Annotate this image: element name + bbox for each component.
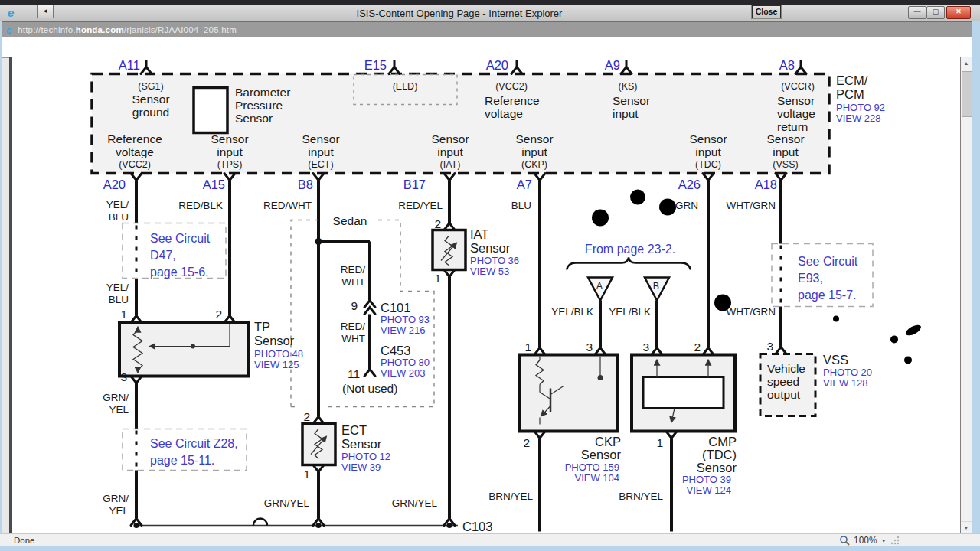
from-page-brace [567, 258, 691, 270]
svg-text:RED/YEL: RED/YEL [398, 200, 443, 211]
ect-view-link[interactable]: VIEW 39 [341, 461, 381, 473]
zoom-control[interactable]: 100% ▼ [839, 535, 900, 546]
c101-view-link[interactable]: VIEW 216 [381, 324, 426, 336]
scrollbar-thumb[interactable] [962, 71, 972, 117]
svg-text:(IAT): (IAT) [440, 159, 461, 170]
svg-text:Sensor: Sensor [132, 93, 169, 106]
back-button[interactable]: ◄ [37, 5, 54, 18]
ref-e93-line3: page 15-7. [798, 289, 857, 302]
close-page-button[interactable]: Close [752, 5, 781, 18]
vss-box-line3: output [767, 388, 801, 401]
window-title: ISIS-Content Opening Page - Internet Exp… [0, 8, 919, 19]
pin-a20-top: A20 [486, 58, 508, 72]
tp-name-2: Sensor [254, 334, 295, 347]
toolbar [0, 37, 980, 58]
svg-text:WHT/GRN: WHT/GRN [727, 306, 776, 318]
cmp-photo-link[interactable]: PHOTO 39 [682, 474, 731, 485]
svg-text:WHT: WHT [341, 333, 365, 344]
minimize-button[interactable]: — [908, 6, 926, 19]
window-right-border [972, 21, 980, 551]
c103-bus [131, 519, 458, 529]
svg-text:voltage: voltage [777, 107, 815, 120]
svg-text:return: return [777, 120, 808, 133]
svg-text:BRN/YEL: BRN/YEL [619, 491, 663, 502]
url-text: http://techinfo.honda.com/rjanisis/RJAAI… [18, 25, 237, 34]
svg-text:YEL/BLK: YEL/BLK [551, 306, 593, 318]
ref-z28-line1: See Circuit Z28, [150, 437, 238, 450]
ref-e93-line1: See Circuit [798, 255, 858, 268]
scroll-up-arrow[interactable]: ▲ [961, 57, 972, 70]
svg-text:Sensor: Sensor [612, 94, 650, 107]
vss-photo-link[interactable]: PHOTO 20 [823, 367, 872, 378]
tp-view-link[interactable]: VIEW 125 [254, 359, 299, 370]
svg-text:YEL/BLK: YEL/BLK [609, 306, 651, 318]
c101-pin-9: 9 [351, 299, 358, 312]
c101-photo-link[interactable]: PHOTO 93 [381, 314, 430, 325]
svg-text:input: input [308, 145, 334, 158]
pin-a18: A18 [755, 178, 777, 191]
svg-text:Pressure: Pressure [235, 99, 283, 112]
window-top-edge [0, 0, 980, 5]
svg-text:RED/: RED/ [341, 264, 366, 276]
pin-a8: A8 [779, 58, 795, 72]
ecm-name-2: PCM [836, 87, 864, 101]
cmp-name-2: (TDC) [702, 448, 737, 461]
svg-text:Sensor: Sensor [515, 132, 553, 145]
vss-box-line1: Vehicle [767, 362, 805, 375]
pin-e15: E15 [364, 58, 387, 72]
sedan-label: Sedan [333, 214, 368, 227]
scroll-down-arrow[interactable]: ▼ [961, 521, 972, 534]
iat-pin-2: 2 [434, 217, 441, 230]
ecm-name-1: ECM/ [836, 73, 868, 87]
ect-photo-link[interactable]: PHOTO 12 [341, 451, 390, 462]
c453-photo-link[interactable]: PHOTO 80 [381, 357, 430, 368]
svg-text:Barometer: Barometer [235, 86, 290, 99]
pin-a7: A7 [517, 178, 532, 191]
close-window-button[interactable]: ✕ [946, 6, 971, 19]
ect-name-1: ECT [341, 423, 367, 437]
svg-text:(VCC2): (VCC2) [119, 159, 151, 170]
ckp-pin-2: 2 [523, 436, 530, 449]
ecm-photo-link[interactable]: PHOTO 92 [836, 102, 885, 113]
maximize-button[interactable]: ▢ [926, 6, 945, 19]
pin-a9: A9 [605, 58, 620, 72]
svg-text:BLU: BLU [109, 211, 129, 223]
iat-sensor [433, 223, 466, 277]
svg-text:input: input [695, 145, 721, 158]
iat-view-link[interactable]: VIEW 53 [470, 266, 509, 277]
svg-text:(VCCR): (VCCR) [781, 81, 815, 92]
address-bar[interactable]: e http://techinfo.honda.com/rjanisis/RJA… [0, 21, 980, 38]
c101-label: C101 [381, 301, 410, 315]
ect-name-2: Sensor [341, 437, 382, 451]
status-message: Done [14, 536, 35, 545]
tp-pin-2: 2 [215, 308, 222, 321]
vertical-scrollbar[interactable]: ▲ ▼ [961, 57, 972, 533]
iat-photo-link[interactable]: PHOTO 36 [470, 255, 519, 266]
tp-pin-1: 1 [120, 308, 127, 321]
ckp-pin-3: 3 [586, 341, 593, 354]
tp-photo-link[interactable]: PHOTO 48 [254, 348, 303, 360]
resize-grip[interactable] [890, 536, 900, 545]
vss-view-link[interactable]: VIEW 128 [823, 377, 868, 389]
svg-text:Reference: Reference [107, 132, 162, 145]
c453-view-link[interactable]: VIEW 203 [381, 367, 426, 379]
svg-text:Reference: Reference [485, 94, 540, 107]
cmp-sensor [632, 348, 735, 439]
pin-b8: B8 [298, 178, 313, 191]
triangle-b-label: B [653, 281, 659, 292]
ckp-view-link[interactable]: VIEW 104 [574, 472, 619, 484]
cmp-view-link[interactable]: VIEW 124 [686, 484, 731, 496]
ecm-view-link[interactable]: VIEW 228 [836, 112, 881, 124]
barometer-sensor-box [194, 88, 227, 133]
svg-text:input: input [773, 145, 799, 158]
ckp-sensor [519, 348, 618, 439]
svg-text:YEL: YEL [109, 505, 129, 517]
zoom-dropdown-caret[interactable]: ▼ [881, 538, 887, 543]
ref-e93-line2: E93, [798, 272, 823, 285]
iat-name-2: Sensor [470, 241, 511, 255]
ckp-photo-link[interactable]: PHOTO 159 [565, 461, 619, 473]
svg-text:Sensor: Sensor [777, 94, 815, 107]
svg-text:ground: ground [132, 106, 169, 119]
wire-junction-dot [315, 238, 322, 245]
ref-d47-line1: See Circuit [150, 232, 211, 245]
